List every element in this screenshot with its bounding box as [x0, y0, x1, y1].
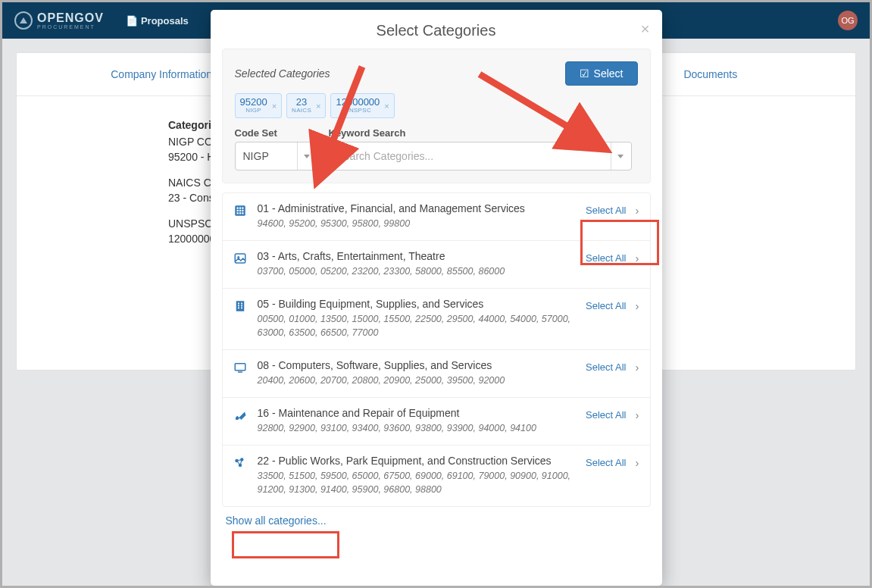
chevron-right-icon: ›: [636, 361, 639, 374]
select-all-link[interactable]: Select All ›: [586, 455, 639, 469]
category-codes: 92800, 92900, 93100, 93400, 93600, 93800…: [258, 421, 576, 436]
codeset-label: Code Set: [235, 127, 318, 139]
chevron-right-icon: ›: [636, 204, 639, 217]
codeset-select[interactable]: NIGP: [235, 142, 318, 170]
category-title: 01 - Administrative, Financial, and Mana…: [258, 202, 577, 214]
selected-categories-label: Selected Categories: [235, 67, 330, 80]
select-button[interactable]: ☑ Select: [565, 61, 638, 86]
category-row[interactable]: 22 - Public Works, Park Equipment, and C…: [223, 446, 650, 507]
category-codes: 03700, 05000, 05200, 23200, 23300, 58000…: [258, 264, 576, 279]
svg-rect-13: [238, 302, 239, 304]
network-icon: [233, 456, 248, 473]
svg-rect-16: [241, 305, 242, 306]
chevron-right-icon: ›: [636, 252, 639, 264]
category-chip[interactable]: 12000000UNSPSC×: [330, 93, 394, 118]
chevron-down-icon: [617, 155, 624, 158]
svg-rect-12: [236, 301, 244, 311]
filter-panel: Selected Categories ☑ Select 95200NIGP×2…: [222, 48, 651, 183]
svg-rect-6: [242, 210, 243, 211]
svg-rect-18: [241, 307, 242, 308]
category-row[interactable]: 01 - Administrative, Financial, and Mana…: [223, 193, 650, 241]
modal-title: Select Categories: [377, 22, 496, 39]
category-chip[interactable]: 23NAICS×: [286, 93, 326, 118]
select-all-link[interactable]: Select All ›: [586, 250, 639, 264]
svg-rect-3: [242, 208, 243, 209]
remove-chip-icon[interactable]: ×: [384, 102, 389, 111]
category-codes: 33500, 51500, 59500, 65000, 67500, 69000…: [258, 469, 576, 498]
keyword-label: Keyword Search: [329, 127, 632, 139]
check-icon: ☑: [580, 67, 589, 80]
select-all-link[interactable]: Select All ›: [586, 407, 639, 421]
category-row[interactable]: 16 - Maintenance and Repair of Equipment…: [223, 398, 650, 446]
laptop-icon: [233, 361, 248, 377]
category-title: 08 - Computers, Software, Supplies, and …: [258, 359, 577, 371]
category-codes: 00500, 01000, 13500, 15000, 15500, 22500…: [258, 312, 576, 341]
svg-rect-4: [236, 210, 238, 211]
chevron-right-icon: ›: [636, 299, 639, 312]
svg-rect-2: [239, 208, 240, 209]
svg-rect-19: [235, 364, 245, 371]
close-icon[interactable]: ×: [641, 20, 650, 38]
category-title: 22 - Public Works, Park Equipment, and C…: [258, 455, 577, 467]
modal-overlay: Select Categories × Selected Categories …: [2, 2, 870, 586]
category-chip[interactable]: 95200NIGP×: [235, 93, 283, 118]
select-categories-modal: Select Categories × Selected Categories …: [211, 10, 662, 586]
show-all-categories-link[interactable]: Show all categories...: [226, 514, 327, 527]
building-icon: [233, 299, 248, 316]
remove-chip-icon[interactable]: ×: [272, 102, 277, 111]
chevron-down-icon: [304, 155, 310, 158]
category-title: 16 - Maintenance and Repair of Equipment: [258, 407, 577, 419]
svg-rect-20: [238, 371, 242, 373]
category-row[interactable]: 05 - Building Equipment, Supplies, and S…: [223, 289, 650, 351]
calculator-icon: [233, 204, 248, 220]
chevron-right-icon: ›: [636, 456, 639, 469]
select-all-link[interactable]: Select All ›: [586, 359, 639, 374]
picture-icon: [233, 252, 248, 268]
category-row[interactable]: 08 - Computers, Software, Supplies, and …: [223, 350, 650, 398]
svg-rect-14: [241, 302, 242, 304]
category-row[interactable]: 03 - Arts, Crafts, Entertainment, Theatr…: [223, 241, 650, 289]
svg-rect-5: [239, 210, 240, 211]
svg-rect-9: [242, 212, 243, 214]
keyword-search-input[interactable]: Search Categories...: [329, 142, 632, 170]
svg-rect-7: [236, 212, 238, 214]
svg-rect-1: [236, 208, 238, 209]
category-list: 01 - Administrative, Financial, and Mana…: [222, 192, 651, 507]
svg-rect-15: [238, 305, 239, 306]
category-codes: 94600, 95200, 95300, 95800, 99800: [258, 217, 576, 231]
category-title: 05 - Building Equipment, Supplies, and S…: [258, 298, 577, 310]
select-all-link[interactable]: Select All ›: [586, 202, 639, 217]
chevron-right-icon: ›: [636, 408, 639, 421]
select-all-link[interactable]: Select All ›: [586, 298, 639, 312]
svg-rect-17: [238, 307, 239, 308]
remove-chip-icon[interactable]: ×: [316, 102, 320, 111]
category-title: 03 - Arts, Crafts, Entertainment, Theatr…: [258, 250, 577, 262]
wrench-icon: [233, 408, 248, 425]
category-codes: 20400, 20600, 20700, 20800, 20900, 25000…: [258, 374, 576, 388]
svg-rect-8: [239, 212, 240, 214]
